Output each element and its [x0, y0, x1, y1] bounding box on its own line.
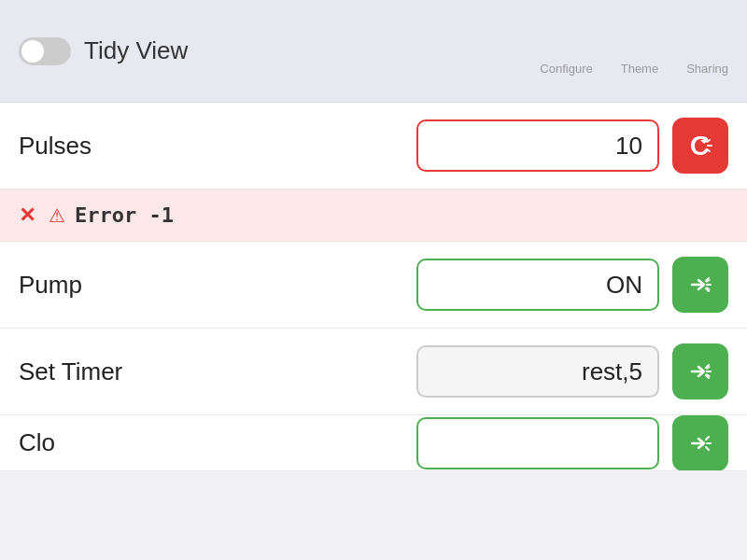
set-timer-row: Set Timer rest,5: [0, 329, 747, 415]
error-warning-icon: ⚠: [49, 204, 65, 227]
pump-row: Pump ON: [0, 242, 747, 329]
pulses-value[interactable]: 10: [416, 119, 659, 172]
set-timer-value-text: rest,5: [582, 357, 642, 386]
pulses-value-text: 10: [615, 132, 642, 161]
svg-line-34: [706, 447, 709, 450]
error-close-button[interactable]: ✕: [19, 203, 35, 228]
pulses-row: Pulses 10: [0, 103, 747, 189]
svg-line-33: [706, 437, 709, 440]
error-row: ✕ ⚠ Error -1: [0, 189, 747, 242]
clock-action-icon: [687, 430, 713, 456]
sharing-button[interactable]: Sharing: [686, 26, 728, 76]
tidy-view-section: Tidy View: [19, 36, 540, 65]
tidy-view-label: Tidy View: [84, 36, 188, 65]
pulse-icon: [687, 133, 713, 159]
set-timer-action-button[interactable]: [672, 343, 728, 399]
pump-value[interactable]: ON: [416, 259, 659, 311]
pump-label: Pump: [19, 271, 416, 300]
configure-label: Configure: [540, 62, 592, 76]
set-timer-action-icon: [687, 358, 713, 385]
sharing-label: Sharing: [686, 62, 728, 76]
clock-label: Clo: [19, 428, 416, 457]
clock-value[interactable]: [416, 417, 659, 469]
set-timer-value[interactable]: rest,5: [416, 345, 659, 398]
pump-action-button[interactable]: [672, 257, 728, 313]
header-icons: Configure Theme: [540, 26, 728, 76]
clock-row: Clo: [0, 415, 747, 471]
main-content: Pulses 10 ✕ ⚠ Error -1 Pump ON: [0, 103, 747, 471]
set-timer-label: Set Timer: [19, 357, 416, 386]
theme-button[interactable]: Theme: [621, 26, 658, 76]
tidy-view-toggle[interactable]: [19, 37, 71, 65]
header: Tidy View Configure: [0, 0, 747, 103]
configure-button[interactable]: Configure: [540, 26, 592, 76]
pump-value-text: ON: [606, 271, 642, 300]
clock-action-button[interactable]: [672, 415, 728, 471]
theme-label: Theme: [621, 62, 658, 76]
error-text: Error -1: [75, 203, 174, 227]
pump-action-icon: [687, 272, 713, 298]
pulses-label: Pulses: [19, 132, 416, 161]
pulses-action-button[interactable]: [672, 118, 728, 174]
